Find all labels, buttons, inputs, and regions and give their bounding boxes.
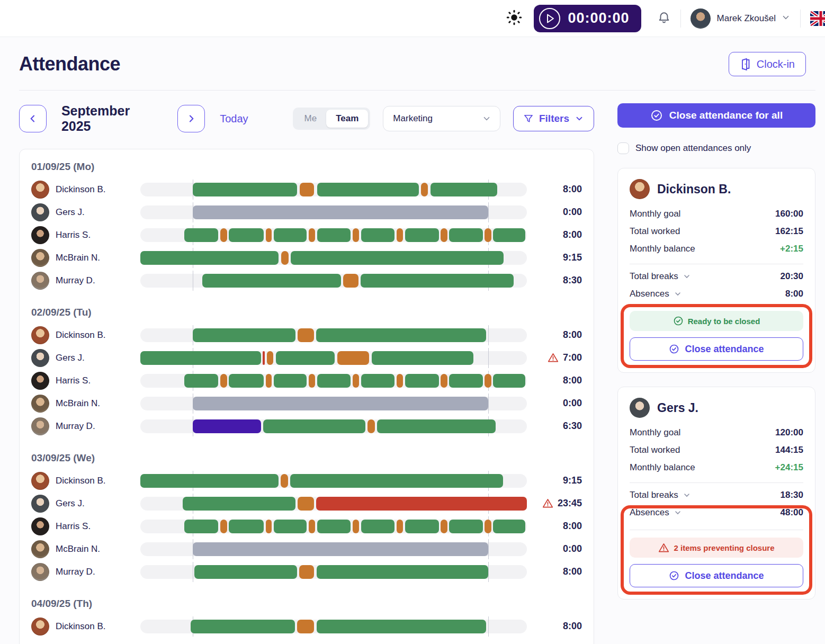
attendance-segment-green[interactable] — [361, 374, 395, 388]
toggle-option-team[interactable]: Team — [326, 110, 368, 128]
close-attendance-button[interactable]: Close attendance — [630, 564, 803, 587]
attendance-segment-green[interactable] — [493, 228, 525, 242]
attendance-segment-orange[interactable] — [485, 520, 491, 533]
attendance-segment-orange[interactable] — [266, 520, 272, 533]
attendance-segment-orange[interactable] — [397, 374, 403, 388]
attendance-segment-green[interactable] — [140, 474, 279, 488]
attendance-segment-green[interactable] — [493, 520, 525, 533]
language-flag-uk-icon[interactable] — [810, 11, 825, 26]
attendance-segment-green[interactable] — [405, 228, 439, 242]
attendance-segment-green[interactable] — [193, 328, 295, 342]
department-select[interactable]: Marketing — [383, 106, 500, 131]
attendance-segment-orange[interactable] — [298, 328, 314, 342]
attendance-segment-orange[interactable] — [281, 474, 288, 488]
attendance-segment-orange[interactable] — [309, 374, 315, 388]
chevron-down-icon[interactable] — [674, 508, 682, 517]
attendance-segment-orange[interactable] — [353, 374, 359, 388]
close-attendance-button[interactable]: Close attendance — [630, 337, 803, 361]
attendance-segment-green[interactable] — [193, 183, 297, 196]
attendance-segment-orange[interactable] — [309, 520, 315, 533]
attendance-segment-orange[interactable] — [343, 274, 358, 288]
attendance-segment-orange[interactable] — [299, 565, 314, 579]
attendance-segment-green[interactable] — [361, 274, 514, 288]
close-attendance-for-all-button[interactable]: Close attendance for all — [617, 103, 815, 128]
attendance-segment-purple[interactable] — [193, 419, 261, 433]
attendance-segment-green[interactable] — [229, 228, 264, 242]
attendance-segment-orange[interactable] — [297, 620, 314, 633]
attendance-segment-orange[interactable] — [441, 228, 447, 242]
stat-label[interactable]: Absences — [630, 289, 682, 299]
attendance-track[interactable] — [140, 397, 527, 410]
next-month-button[interactable] — [177, 105, 205, 132]
attendance-segment-orange[interactable] — [485, 374, 491, 388]
attendance-track[interactable] — [140, 419, 527, 433]
stat-label[interactable]: Total breaks — [630, 271, 691, 282]
attendance-segment-green[interactable] — [290, 474, 503, 488]
attendance-track[interactable] — [140, 474, 527, 488]
attendance-segment-orange[interactable] — [441, 374, 447, 388]
attendance-segment-green[interactable] — [194, 565, 297, 579]
attendance-segment-orange[interactable] — [421, 183, 428, 196]
attendance-segment-green[interactable] — [140, 351, 261, 365]
attendance-track[interactable] — [140, 374, 527, 388]
chevron-down-icon[interactable] — [674, 290, 682, 298]
attendance-track[interactable] — [140, 620, 527, 633]
attendance-segment-green[interactable] — [493, 374, 525, 388]
attendance-segment-green[interactable] — [316, 328, 486, 342]
attendance-segment-orange[interactable] — [397, 228, 403, 242]
attendance-segment-green[interactable] — [449, 520, 483, 533]
attendance-segment-orange[interactable] — [353, 228, 359, 242]
attendance-segment-green[interactable] — [372, 351, 474, 365]
chevron-down-icon[interactable] — [683, 272, 691, 281]
attendance-track[interactable] — [140, 274, 527, 288]
attendance-segment-slate[interactable] — [193, 205, 488, 219]
attendance-segment-green[interactable] — [140, 251, 279, 265]
attendance-segment-slate[interactable] — [193, 542, 488, 556]
attendance-segment-green[interactable] — [184, 520, 218, 533]
attendance-segment-green[interactable] — [449, 374, 483, 388]
attendance-segment-green[interactable] — [184, 228, 218, 242]
attendance-segment-green[interactable] — [449, 228, 483, 242]
attendance-segment-green[interactable] — [291, 251, 504, 265]
timer-widget[interactable]: 00:00:00 — [534, 5, 641, 32]
attendance-track[interactable] — [140, 228, 527, 242]
attendance-segment-green[interactable] — [274, 228, 307, 242]
attendance-track[interactable] — [140, 497, 527, 511]
toggle-option-me[interactable]: Me — [295, 110, 327, 128]
attendance-segment-green[interactable] — [229, 520, 264, 533]
attendance-segment-orange[interactable] — [353, 520, 359, 533]
notifications-bell-icon[interactable] — [657, 11, 671, 26]
attendance-track[interactable] — [140, 205, 527, 219]
attendance-segment-green[interactable] — [183, 497, 295, 511]
attendance-segment-green[interactable] — [405, 520, 439, 533]
attendance-segment-red[interactable] — [263, 351, 265, 365]
prev-month-button[interactable] — [19, 105, 47, 132]
attendance-segment-green[interactable] — [317, 565, 488, 579]
attendance-segment-green[interactable] — [274, 374, 307, 388]
attendance-segment-green[interactable] — [317, 183, 419, 196]
attendance-segment-green[interactable] — [317, 374, 351, 388]
attendance-segment-slate[interactable] — [193, 397, 488, 410]
chevron-down-icon[interactable] — [683, 491, 691, 499]
attendance-segment-red[interactable] — [316, 497, 527, 511]
play-icon[interactable] — [538, 7, 561, 30]
attendance-segment-orange[interactable] — [397, 520, 403, 533]
attendance-segment-orange[interactable] — [220, 520, 227, 533]
attendance-segment-green[interactable] — [317, 228, 351, 242]
attendance-segment-green[interactable] — [361, 520, 395, 533]
attendance-segment-orange[interactable] — [309, 228, 315, 242]
attendance-track[interactable] — [140, 520, 527, 533]
filters-button[interactable]: Filters — [513, 106, 594, 131]
stat-label[interactable]: Total breaks — [630, 490, 691, 500]
attendance-track[interactable] — [140, 251, 527, 265]
attendance-segment-green[interactable] — [317, 620, 486, 633]
attendance-segment-green[interactable] — [263, 419, 365, 433]
attendance-segment-orange[interactable] — [441, 520, 447, 533]
attendance-segment-green[interactable] — [191, 620, 295, 633]
attendance-segment-green[interactable] — [276, 351, 335, 365]
attendance-segment-orange[interactable] — [485, 228, 491, 242]
attendance-segment-green[interactable] — [377, 419, 495, 433]
attendance-segment-orange[interactable] — [298, 497, 314, 511]
stat-label[interactable]: Absences — [630, 507, 682, 518]
user-menu-chevron-down-icon[interactable] — [781, 13, 791, 24]
